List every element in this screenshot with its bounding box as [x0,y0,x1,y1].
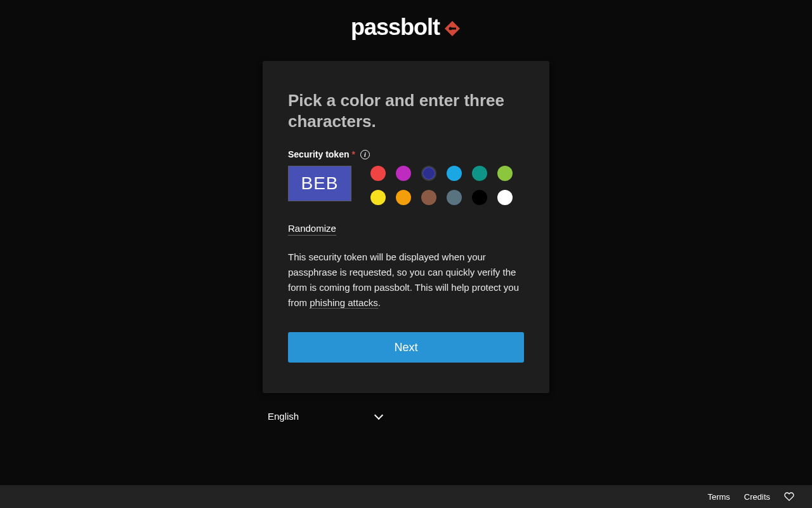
credits-link[interactable]: Credits [744,492,770,502]
next-button[interactable]: Next [288,332,524,363]
language-select[interactable]: English [268,407,382,425]
color-swatch-teal[interactable] [472,166,487,181]
chevron-down-icon [374,411,383,420]
color-swatch-yellow[interactable] [370,190,386,205]
color-swatch-orange[interactable] [396,190,411,205]
color-swatch-black[interactable] [472,190,487,205]
info-icon[interactable]: i [360,150,370,159]
color-grid [370,166,513,205]
color-swatch-white[interactable] [497,190,513,205]
description-post: . [378,297,381,308]
color-swatch-red[interactable] [370,166,386,181]
svg-point-0 [449,27,452,30]
terms-link[interactable]: Terms [707,492,730,502]
required-indicator: * [351,149,355,159]
card-title: Pick a color and enter three characters. [288,90,524,131]
color-swatch-blue[interactable] [447,166,462,181]
description: This security token will be displayed wh… [288,250,524,311]
svg-rect-1 [452,28,456,30]
logo-icon [443,20,461,37]
logo-text: passbolt [351,14,440,41]
heart-icon[interactable] [784,491,794,502]
token-preview[interactable]: BEB [288,166,351,201]
field-label: Security token * i [288,149,524,159]
phishing-link[interactable]: phishing attacks [310,297,378,309]
field-label-text: Security token [288,149,349,159]
color-swatch-green[interactable] [497,166,513,181]
color-swatch-purple[interactable] [396,166,411,181]
footer: Terms Credits [0,485,812,508]
color-swatch-brown[interactable] [421,190,436,205]
language-selected: English [268,411,299,422]
randomize-link[interactable]: Randomize [288,223,336,236]
setup-card: Pick a color and enter three characters.… [263,61,549,393]
logo: passbolt [351,14,461,41]
color-swatch-slate[interactable] [447,190,462,205]
color-swatch-indigo[interactable] [421,166,436,181]
